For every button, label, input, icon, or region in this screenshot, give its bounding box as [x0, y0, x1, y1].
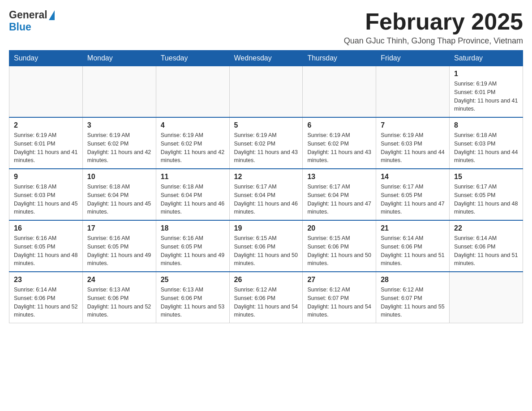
calendar-cell: 27Sunrise: 6:12 AM Sunset: 6:07 PM Dayli… — [303, 272, 376, 323]
calendar-week-row: 1Sunrise: 6:19 AM Sunset: 6:01 PM Daylig… — [9, 66, 523, 118]
day-info: Sunrise: 6:16 AM Sunset: 6:05 PM Dayligh… — [14, 234, 78, 268]
day-number: 18 — [161, 224, 225, 232]
calendar-day-header: Monday — [82, 51, 156, 66]
calendar-cell — [303, 66, 376, 118]
day-number: 17 — [87, 224, 151, 232]
calendar-day-header: Wednesday — [229, 51, 303, 66]
title-section: February 2025 Quan GJuc Thinh, GJong Tha… — [344, 9, 523, 46]
day-info: Sunrise: 6:15 AM Sunset: 6:06 PM Dayligh… — [307, 234, 371, 268]
day-info: Sunrise: 6:19 AM Sunset: 6:02 PM Dayligh… — [234, 131, 298, 165]
day-number: 15 — [454, 173, 518, 181]
calendar-cell — [82, 66, 156, 118]
calendar-cell: 24Sunrise: 6:13 AM Sunset: 6:06 PM Dayli… — [82, 272, 156, 323]
calendar-cell: 2Sunrise: 6:19 AM Sunset: 6:01 PM Daylig… — [9, 117, 83, 169]
calendar-header-row: SundayMondayTuesdayWednesdayThursdayFrid… — [9, 51, 523, 66]
day-number: 20 — [307, 224, 371, 232]
day-number: 12 — [234, 173, 298, 181]
day-info: Sunrise: 6:14 AM Sunset: 6:06 PM Dayligh… — [381, 234, 445, 268]
calendar-cell: 15Sunrise: 6:17 AM Sunset: 6:05 PM Dayli… — [450, 169, 523, 220]
calendar-day-header: Friday — [376, 51, 450, 66]
day-info: Sunrise: 6:18 AM Sunset: 6:04 PM Dayligh… — [161, 183, 225, 216]
day-number: 6 — [307, 121, 371, 129]
day-info: Sunrise: 6:17 AM Sunset: 6:05 PM Dayligh… — [454, 183, 518, 216]
calendar-cell — [229, 66, 303, 118]
day-info: Sunrise: 6:19 AM Sunset: 6:02 PM Dayligh… — [87, 131, 151, 165]
day-number: 13 — [307, 173, 371, 181]
day-number: 27 — [307, 276, 371, 284]
calendar-week-row: 23Sunrise: 6:14 AM Sunset: 6:06 PM Dayli… — [9, 272, 523, 323]
day-number: 1 — [454, 70, 518, 78]
calendar-cell: 1Sunrise: 6:19 AM Sunset: 6:01 PM Daylig… — [450, 66, 523, 118]
calendar-cell: 22Sunrise: 6:14 AM Sunset: 6:06 PM Dayli… — [450, 220, 523, 272]
main-title: February 2025 — [344, 9, 523, 34]
day-info: Sunrise: 6:19 AM Sunset: 6:02 PM Dayligh… — [161, 131, 225, 165]
calendar-cell: 11Sunrise: 6:18 AM Sunset: 6:04 PM Dayli… — [156, 169, 229, 220]
day-number: 26 — [234, 276, 298, 284]
day-info: Sunrise: 6:14 AM Sunset: 6:06 PM Dayligh… — [454, 234, 518, 268]
day-info: Sunrise: 6:16 AM Sunset: 6:05 PM Dayligh… — [161, 234, 225, 268]
calendar-cell: 6Sunrise: 6:19 AM Sunset: 6:02 PM Daylig… — [303, 117, 376, 169]
calendar-cell: 14Sunrise: 6:17 AM Sunset: 6:05 PM Dayli… — [376, 169, 450, 220]
day-info: Sunrise: 6:13 AM Sunset: 6:06 PM Dayligh… — [161, 286, 225, 319]
day-info: Sunrise: 6:19 AM Sunset: 6:01 PM Dayligh… — [14, 131, 78, 165]
day-number: 22 — [454, 224, 518, 232]
day-info: Sunrise: 6:19 AM Sunset: 6:03 PM Dayligh… — [381, 131, 445, 165]
calendar-day-header: Thursday — [303, 51, 376, 66]
logo-blue: Blue — [9, 21, 31, 33]
day-number: 9 — [14, 173, 78, 181]
day-info: Sunrise: 6:19 AM Sunset: 6:01 PM Dayligh… — [454, 80, 518, 113]
calendar-cell: 18Sunrise: 6:16 AM Sunset: 6:05 PM Dayli… — [156, 220, 229, 272]
day-info: Sunrise: 6:18 AM Sunset: 6:03 PM Dayligh… — [14, 183, 78, 216]
day-info: Sunrise: 6:17 AM Sunset: 6:05 PM Dayligh… — [381, 183, 445, 216]
logo: General Blue — [9, 9, 55, 33]
day-info: Sunrise: 6:17 AM Sunset: 6:04 PM Dayligh… — [307, 183, 371, 216]
day-number: 21 — [381, 224, 445, 232]
subtitle: Quan GJuc Thinh, GJong Thap Province, Vi… — [344, 36, 523, 46]
calendar-cell: 3Sunrise: 6:19 AM Sunset: 6:02 PM Daylig… — [82, 117, 156, 169]
day-info: Sunrise: 6:16 AM Sunset: 6:05 PM Dayligh… — [87, 234, 151, 268]
calendar-week-row: 9Sunrise: 6:18 AM Sunset: 6:03 PM Daylig… — [9, 169, 523, 220]
day-info: Sunrise: 6:18 AM Sunset: 6:04 PM Dayligh… — [87, 183, 151, 216]
calendar-cell: 5Sunrise: 6:19 AM Sunset: 6:02 PM Daylig… — [229, 117, 303, 169]
day-number: 19 — [234, 224, 298, 232]
calendar-cell — [450, 272, 523, 323]
day-number: 7 — [381, 121, 445, 129]
calendar-cell: 7Sunrise: 6:19 AM Sunset: 6:03 PM Daylig… — [376, 117, 450, 169]
calendar-cell: 21Sunrise: 6:14 AM Sunset: 6:06 PM Dayli… — [376, 220, 450, 272]
calendar-day-header: Tuesday — [156, 51, 229, 66]
calendar-cell: 12Sunrise: 6:17 AM Sunset: 6:04 PM Dayli… — [229, 169, 303, 220]
calendar-cell: 13Sunrise: 6:17 AM Sunset: 6:04 PM Dayli… — [303, 169, 376, 220]
calendar-week-row: 16Sunrise: 6:16 AM Sunset: 6:05 PM Dayli… — [9, 220, 523, 272]
day-number: 3 — [87, 121, 151, 129]
calendar-cell: 8Sunrise: 6:18 AM Sunset: 6:03 PM Daylig… — [450, 117, 523, 169]
page-header: General Blue February 2025 Quan GJuc Thi… — [9, 9, 523, 46]
day-info: Sunrise: 6:18 AM Sunset: 6:03 PM Dayligh… — [454, 131, 518, 165]
day-info: Sunrise: 6:12 AM Sunset: 6:07 PM Dayligh… — [381, 286, 445, 319]
calendar-cell: 23Sunrise: 6:14 AM Sunset: 6:06 PM Dayli… — [9, 272, 83, 323]
day-number: 11 — [161, 173, 225, 181]
day-number: 28 — [381, 276, 445, 284]
calendar-cell: 28Sunrise: 6:12 AM Sunset: 6:07 PM Dayli… — [376, 272, 450, 323]
day-number: 5 — [234, 121, 298, 129]
day-info: Sunrise: 6:12 AM Sunset: 6:06 PM Dayligh… — [234, 286, 298, 319]
day-number: 24 — [87, 276, 151, 284]
calendar-cell: 26Sunrise: 6:12 AM Sunset: 6:06 PM Dayli… — [229, 272, 303, 323]
calendar-cell — [156, 66, 229, 118]
day-number: 10 — [87, 173, 151, 181]
day-info: Sunrise: 6:19 AM Sunset: 6:02 PM Dayligh… — [307, 131, 371, 165]
day-number: 14 — [381, 173, 445, 181]
calendar-cell: 10Sunrise: 6:18 AM Sunset: 6:04 PM Dayli… — [82, 169, 156, 220]
day-number: 16 — [14, 224, 78, 232]
calendar-cell: 16Sunrise: 6:16 AM Sunset: 6:05 PM Dayli… — [9, 220, 83, 272]
calendar-day-header: Sunday — [9, 51, 83, 66]
calendar-cell — [376, 66, 450, 118]
day-info: Sunrise: 6:13 AM Sunset: 6:06 PM Dayligh… — [87, 286, 151, 319]
logo-general: General — [9, 9, 47, 21]
calendar-cell: 25Sunrise: 6:13 AM Sunset: 6:06 PM Dayli… — [156, 272, 229, 323]
day-info: Sunrise: 6:14 AM Sunset: 6:06 PM Dayligh… — [14, 286, 78, 319]
calendar-cell: 9Sunrise: 6:18 AM Sunset: 6:03 PM Daylig… — [9, 169, 83, 220]
calendar-day-header: Saturday — [450, 51, 523, 66]
day-number: 2 — [14, 121, 78, 129]
calendar-cell: 17Sunrise: 6:16 AM Sunset: 6:05 PM Dayli… — [82, 220, 156, 272]
calendar-cell: 19Sunrise: 6:15 AM Sunset: 6:06 PM Dayli… — [229, 220, 303, 272]
